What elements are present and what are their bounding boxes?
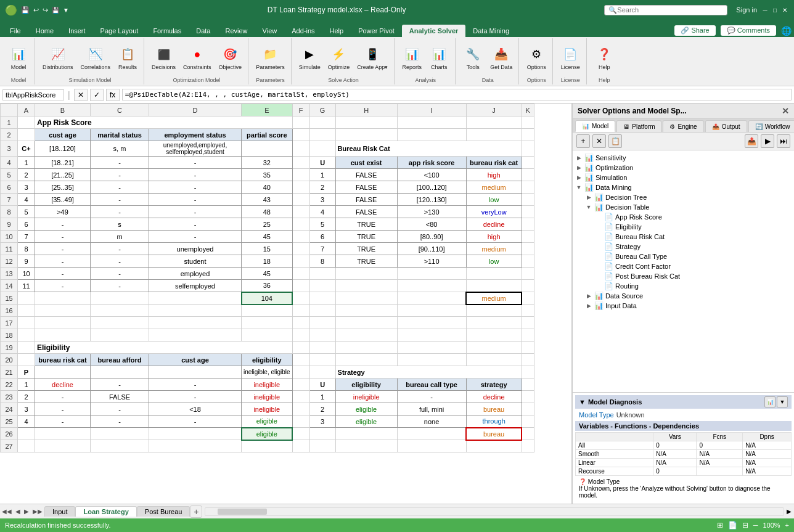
cell-K12[interactable] (522, 255, 534, 268)
cell-D16[interactable] (149, 305, 242, 317)
tab-formulas[interactable]: Formulas (145, 25, 189, 37)
cell-H12[interactable]: TRUE (335, 255, 397, 268)
cell-C16[interactable] (91, 305, 149, 317)
cell-A8[interactable]: 5 (18, 206, 35, 218)
cell-E9[interactable]: 25 (242, 218, 293, 231)
tree-decision-table[interactable]: ▼ 📊 Decision Table (575, 202, 792, 212)
cell-B19[interactable]: Eligibility (35, 342, 293, 354)
cell-H18[interactable] (335, 329, 397, 342)
cell-F15[interactable] (292, 292, 309, 305)
cell-I4[interactable]: app risk score (397, 157, 466, 169)
cell-D4[interactable]: - (149, 157, 242, 169)
decisions-btn[interactable]: ⬛ Decisions (149, 43, 178, 72)
tab-data-mining[interactable]: Data Mining (465, 25, 517, 37)
horizontal-scrollbar[interactable] (205, 507, 784, 516)
cell-K13[interactable] (522, 268, 534, 280)
cell-G24[interactable]: 2 (309, 403, 335, 415)
cell-F27[interactable] (292, 440, 309, 452)
cell-D27[interactable] (149, 440, 242, 452)
cell-H5[interactable]: FALSE (335, 169, 397, 181)
cell-I11[interactable]: [90..110] (397, 243, 466, 255)
charts-btn[interactable]: 📊 Charts (427, 43, 451, 72)
zoom-out-btn[interactable]: ─ (753, 522, 758, 529)
objective-btn[interactable]: 🎯 Objective (216, 43, 245, 72)
panel-tab-output[interactable]: 📤 Output (705, 120, 747, 132)
cell-F19[interactable] (292, 342, 309, 354)
col-header-E[interactable]: E (242, 104, 293, 117)
cell-I25[interactable]: none (397, 415, 466, 428)
cell-G5[interactable]: 1 (309, 169, 335, 181)
tree-data-mining[interactable]: ▼ 📊 Data Mining (575, 182, 792, 192)
tree-app-risk-score[interactable]: 📄 App Risk Score (575, 212, 792, 222)
cell-I13[interactable] (397, 268, 466, 280)
cell-E20[interactable]: eligibility (242, 354, 293, 366)
cell-G17[interactable] (309, 317, 335, 329)
cell-G8[interactable]: 4 (309, 206, 335, 218)
cell-A14[interactable]: 11 (18, 280, 35, 292)
cell-D7[interactable]: - (149, 194, 242, 206)
cell-I10[interactable]: [80..90] (397, 231, 466, 243)
model-btn[interactable]: 📊 Model (6, 43, 31, 72)
col-header-J[interactable]: J (466, 104, 522, 117)
cell-G21[interactable] (309, 366, 335, 379)
quick-access-undo[interactable]: ↩ (33, 6, 39, 14)
tab-analytic-solver[interactable]: Analytic Solver (402, 25, 465, 37)
cell-H6[interactable]: FALSE (335, 181, 397, 194)
cell-reference[interactable] (2, 89, 64, 100)
cell-I8[interactable]: >130 (397, 206, 466, 218)
cell-F4[interactable] (292, 157, 309, 169)
cell-K24[interactable] (522, 403, 534, 415)
cell-E26[interactable]: eligible (242, 428, 293, 440)
cell-C5[interactable]: - (91, 169, 149, 181)
cell-C15[interactable] (91, 292, 149, 305)
cell-E8[interactable]: 48 (242, 206, 293, 218)
cell-J18[interactable] (466, 329, 522, 342)
cell-F23[interactable] (292, 391, 309, 403)
tree-bureau-risk-cat[interactable]: 📄 Bureau Risk Cat (575, 232, 792, 242)
cell-H2[interactable] (335, 129, 397, 141)
cell-K2[interactable] (522, 129, 534, 141)
cell-H10[interactable]: TRUE (335, 231, 397, 243)
minimize-btn[interactable]: ─ (761, 6, 769, 14)
cell-H11[interactable]: TRUE (335, 243, 397, 255)
cell-A22[interactable]: 1 (18, 379, 35, 391)
cell-A2[interactable] (18, 129, 35, 141)
cell-G26[interactable] (309, 428, 335, 440)
cell-F25[interactable] (292, 415, 309, 428)
cell-C2[interactable]: marital status (91, 129, 149, 141)
tools-btn[interactable]: 🔧 Tools (460, 43, 485, 72)
cell-J15[interactable]: medium (466, 292, 522, 305)
cell-H9[interactable]: TRUE (335, 218, 397, 231)
cell-H23[interactable]: ineligible (335, 391, 397, 403)
cell-G2[interactable] (309, 129, 335, 141)
cell-G11[interactable]: 7 (309, 243, 335, 255)
cell-A1[interactable] (18, 117, 35, 129)
cell-A19[interactable] (18, 342, 35, 354)
cell-D26[interactable] (149, 428, 242, 440)
cell-C6[interactable]: - (91, 181, 149, 194)
cell-E5[interactable]: 35 (242, 169, 293, 181)
cell-H7[interactable]: FALSE (335, 194, 397, 206)
cell-G27[interactable] (309, 440, 335, 452)
comments-btn[interactable]: 💬 Comments (721, 25, 776, 36)
cell-G20[interactable] (309, 354, 335, 366)
results-btn[interactable]: 📋 Results (115, 43, 140, 72)
cell-F13[interactable] (292, 268, 309, 280)
cell-J22[interactable]: strategy (466, 379, 522, 391)
cell-D6[interactable]: - (149, 181, 242, 194)
cell-C22[interactable]: - (91, 379, 149, 391)
cell-F2[interactable] (292, 129, 309, 141)
cell-J9[interactable]: decline (466, 218, 522, 231)
cell-A7[interactable]: 4 (18, 194, 35, 206)
cell-D21[interactable] (149, 366, 242, 379)
cell-B20[interactable]: bureau risk cat (35, 354, 91, 366)
cell-K10[interactable] (522, 231, 534, 243)
cell-B1[interactable]: App Risk Score (35, 117, 293, 129)
cell-H13[interactable] (335, 268, 397, 280)
cell-K25[interactable] (522, 415, 534, 428)
cell-F22[interactable] (292, 379, 309, 391)
cell-A5[interactable]: 2 (18, 169, 35, 181)
col-header-A[interactable]: A (18, 104, 35, 117)
page-layout-btn[interactable]: 📄 (728, 521, 737, 530)
cell-C25[interactable]: - (91, 415, 149, 428)
